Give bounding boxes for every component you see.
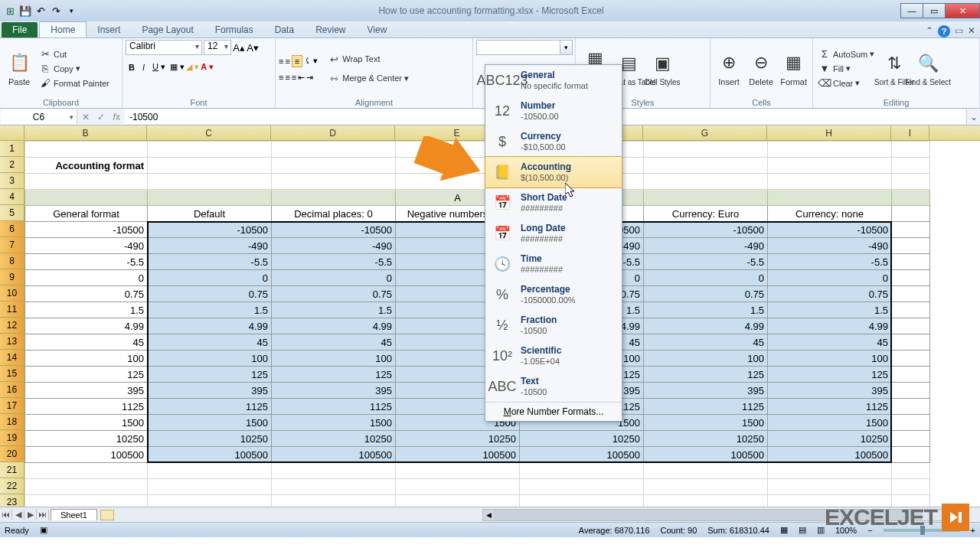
align-top-icon[interactable]: ≡: [279, 57, 283, 66]
cell[interactable]: 45: [25, 334, 148, 350]
cell[interactable]: 1.5: [148, 302, 272, 318]
cell[interactable]: Currency: none: [768, 206, 892, 222]
cell[interactable]: 125: [768, 367, 892, 383]
format-option-currency[interactable]: $Currency-$10,500.00: [485, 126, 622, 157]
row-header[interactable]: 15: [0, 366, 24, 382]
column-header[interactable]: H: [767, 126, 891, 140]
cell[interactable]: 1125: [148, 399, 272, 415]
cell[interactable]: 1500: [148, 415, 272, 431]
cell[interactable]: [148, 174, 272, 190]
copy-button[interactable]: ⎘Copy ▾: [37, 62, 112, 76]
align-left-icon[interactable]: ≡: [279, 73, 283, 82]
cell[interactable]: 45: [272, 334, 396, 350]
paste-button[interactable]: 📋 Paste: [3, 50, 35, 87]
cell[interactable]: 4.99: [272, 318, 396, 334]
format-option-percentage[interactable]: %Percentage-1050000.00%: [485, 279, 622, 310]
cell[interactable]: [25, 190, 148, 206]
decrease-indent-icon[interactable]: ⇤: [298, 73, 305, 83]
cell[interactable]: -490: [25, 238, 148, 254]
cell[interactable]: [25, 463, 148, 479]
cell[interactable]: [272, 142, 396, 158]
cell[interactable]: [892, 350, 930, 367]
cell[interactable]: [892, 479, 930, 495]
cell[interactable]: 1.5: [768, 302, 892, 318]
cell[interactable]: 395: [272, 383, 396, 399]
undo-icon[interactable]: ↶: [34, 4, 47, 18]
cell[interactable]: 100500: [148, 447, 272, 463]
view-normal-icon[interactable]: ▦: [780, 525, 788, 535]
row-header[interactable]: 13: [0, 334, 24, 350]
cell[interactable]: [644, 495, 768, 507]
cell[interactable]: 0.75: [272, 286, 396, 302]
align-center-icon[interactable]: ≡: [285, 73, 289, 82]
tab-formulas[interactable]: Formulas: [204, 22, 264, 37]
cell[interactable]: [396, 495, 520, 507]
cell[interactable]: [148, 190, 272, 206]
window-close-doc-icon[interactable]: ✕: [968, 25, 975, 37]
cell[interactable]: [25, 479, 148, 495]
cell[interactable]: 4.99: [148, 318, 272, 334]
cancel-icon[interactable]: ✕: [82, 112, 90, 122]
cell[interactable]: [520, 479, 644, 495]
cell[interactable]: [892, 206, 930, 222]
wrap-text-button[interactable]: ↩Wrap Text: [325, 52, 411, 66]
chevron-down-icon[interactable]: ▾: [560, 41, 572, 54]
format-option-long-date[interactable]: 📅Long Date#########: [485, 218, 622, 249]
cell[interactable]: Decimal places: 0: [272, 206, 396, 222]
prev-sheet-icon[interactable]: ◀: [12, 510, 24, 520]
cell[interactable]: Currency: Euro: [644, 206, 768, 222]
cell[interactable]: 125: [148, 367, 272, 383]
cell[interactable]: -5.5: [272, 254, 396, 270]
tab-view[interactable]: View: [357, 22, 398, 37]
row-header[interactable]: 7: [0, 237, 24, 253]
cell[interactable]: [892, 238, 930, 254]
align-right-icon[interactable]: ≡: [292, 73, 296, 82]
shrink-font-icon[interactable]: A▾: [247, 41, 259, 54]
cell[interactable]: -10500: [148, 222, 272, 238]
cell[interactable]: 100500: [25, 447, 148, 463]
cell[interactable]: 100500: [520, 447, 644, 463]
cell[interactable]: [520, 463, 644, 479]
cell[interactable]: 10250: [25, 431, 148, 447]
italic-button[interactable]: I: [139, 61, 148, 73]
minimize-button[interactable]: —: [900, 3, 923, 18]
cell[interactable]: [892, 190, 930, 206]
border-button[interactable]: ▦ ▾: [170, 62, 185, 72]
name-box[interactable]: C6: [1, 109, 77, 124]
row-header[interactable]: 4: [0, 189, 24, 205]
underline-button[interactable]: U ▾: [149, 60, 168, 73]
tab-data[interactable]: Data: [264, 22, 305, 37]
cell[interactable]: 395: [768, 383, 892, 399]
cell[interactable]: 1.5: [644, 302, 768, 318]
cell[interactable]: 4.99: [644, 318, 768, 334]
cell[interactable]: 395: [25, 383, 148, 399]
column-header[interactable]: G: [643, 126, 767, 140]
cell[interactable]: [148, 479, 272, 495]
cell[interactable]: -10500: [272, 222, 396, 238]
macro-record-icon[interactable]: ▣: [40, 525, 47, 535]
row-header[interactable]: 22: [0, 478, 24, 494]
row-header[interactable]: 10: [0, 285, 24, 302]
cell[interactable]: -5.5: [768, 254, 892, 270]
cell[interactable]: [272, 158, 396, 174]
fill-color-button[interactable]: ◢ ▾: [186, 62, 199, 72]
cell[interactable]: 0: [148, 270, 272, 286]
cell[interactable]: 0: [644, 270, 768, 286]
increase-indent-icon[interactable]: ⇥: [306, 73, 313, 83]
cell[interactable]: [768, 158, 892, 174]
cell[interactable]: [148, 158, 272, 174]
merge-center-button[interactable]: ⇿Merge & Center ▾: [325, 71, 411, 85]
last-sheet-icon[interactable]: ⏭: [37, 510, 49, 520]
cell[interactable]: [892, 383, 930, 399]
cell[interactable]: [892, 270, 930, 286]
cell[interactable]: [892, 158, 930, 174]
zoom-in-icon[interactable]: +: [971, 526, 975, 535]
column-header[interactable]: D: [271, 126, 395, 140]
cell[interactable]: [25, 142, 148, 158]
row-header[interactable]: 17: [0, 398, 24, 414]
select-all-corner[interactable]: [0, 126, 24, 140]
cell[interactable]: 0.75: [25, 286, 148, 302]
expand-formula-icon[interactable]: ⌄: [966, 109, 980, 125]
row-header[interactable]: 8: [0, 253, 24, 269]
cell[interactable]: -5.5: [148, 254, 272, 270]
